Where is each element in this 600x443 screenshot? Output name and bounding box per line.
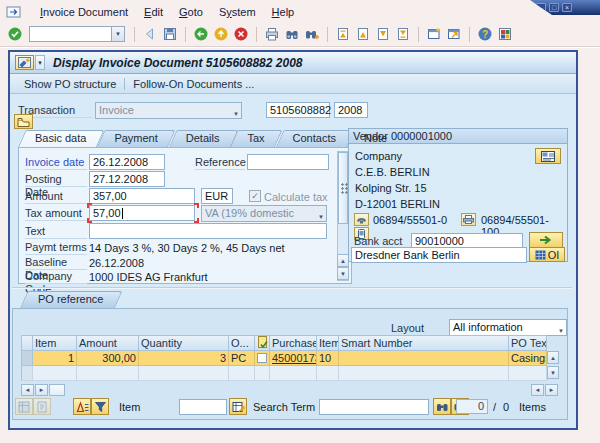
- reference-field[interactable]: [247, 154, 329, 170]
- purchase-order-link[interactable]: 4500017327: [272, 352, 317, 364]
- smart-number-column-header[interactable]: Smart Number: [339, 335, 509, 351]
- table-hscroll-right[interactable]: ◄ ►: [531, 384, 558, 396]
- follow-on-documents-button[interactable]: Follow-On Documents ...: [125, 78, 262, 90]
- new-session-icon[interactable]: [425, 25, 443, 43]
- close-button[interactable]: ×: [562, 3, 572, 12]
- find-next-icon[interactable]: [303, 25, 321, 43]
- shortcut-icon[interactable]: [445, 25, 463, 43]
- maximize-button[interactable]: □: [549, 3, 559, 12]
- customize-layout-icon[interactable]: [496, 25, 514, 43]
- final-invoice-column-header[interactable]: [255, 335, 270, 351]
- selector-column-header[interactable]: [21, 335, 33, 351]
- scroll-left-icon[interactable]: ◄: [531, 384, 544, 396]
- tax-code-combo[interactable]: VA (19% domestic inpu..: [201, 205, 327, 222]
- invoice-date-field[interactable]: 26.12.2008: [89, 154, 165, 170]
- footer-item-input[interactable]: [179, 399, 227, 415]
- item-change-button[interactable]: [33, 398, 51, 415]
- currency-field[interactable]: EUR: [201, 188, 233, 204]
- expand-header-button[interactable]: [14, 114, 33, 129]
- address-button[interactable]: [535, 148, 561, 164]
- titlebar-dropdown-icon[interactable]: ▼: [35, 55, 45, 70]
- calculate-tax-checkbox[interactable]: ✓: [249, 190, 261, 202]
- quantity-column-header[interactable]: Quantity: [139, 335, 229, 351]
- filter-button[interactable]: [91, 398, 109, 415]
- find-icon[interactable]: [283, 25, 301, 43]
- scrollbar-thumb[interactable]: [338, 152, 348, 224]
- amount-field[interactable]: 357,00: [89, 188, 195, 204]
- po-text-column-header[interactable]: PO Text: [509, 335, 547, 351]
- exit-circle-icon[interactable]: [212, 25, 230, 43]
- page-title: Display Invoice Document 5105608882 2008: [53, 56, 302, 70]
- partner-bank-button[interactable]: [529, 232, 563, 248]
- bank-name-field[interactable]: Dresdner Bank Berlin: [351, 247, 527, 263]
- menu-goto[interactable]: Goto: [179, 6, 203, 18]
- tax-amount-field[interactable]: 57,00: [89, 205, 195, 221]
- menu-invoice-document[interactable]: Invoice Document: [40, 6, 128, 18]
- purchase-order-column-header[interactable]: Purchase ...: [270, 335, 317, 351]
- previous-page-icon[interactable]: [354, 25, 372, 43]
- oi-button[interactable]: OI: [529, 247, 565, 262]
- last-page-icon[interactable]: [394, 25, 412, 43]
- item-display-button[interactable]: [15, 398, 33, 415]
- scroll-right-icon[interactable]: ►: [35, 384, 48, 396]
- footer-search-input[interactable]: [319, 399, 429, 415]
- cell-final-invoice: [255, 351, 270, 366]
- first-page-icon[interactable]: [334, 25, 352, 43]
- posting-date-field[interactable]: 27.12.2008: [89, 171, 165, 187]
- system-menu-icon[interactable]: [6, 5, 22, 19]
- menu-system[interactable]: System: [219, 6, 256, 18]
- next-page-icon[interactable]: [374, 25, 392, 43]
- help-icon[interactable]: ?: [476, 25, 494, 43]
- fiscal-year-field[interactable]: 2008: [334, 102, 368, 118]
- item-column-header[interactable]: Item: [33, 335, 77, 351]
- toolbar-separator: [469, 27, 470, 42]
- command-field[interactable]: ▼: [29, 26, 125, 42]
- table-scroll-down-icon[interactable]: ▼: [547, 366, 559, 379]
- back-circle-icon[interactable]: [192, 25, 210, 43]
- footer-find-button[interactable]: [433, 398, 451, 415]
- tab-basic-data[interactable]: Basic data: [18, 130, 97, 147]
- table-scroll-up-icon[interactable]: ▲: [547, 351, 559, 364]
- assign-button[interactable]: [229, 398, 247, 415]
- row-selector[interactable]: [21, 351, 33, 366]
- show-po-structure-button[interactable]: Show PO structure: [16, 78, 124, 90]
- tab-contacts[interactable]: Contacts: [276, 130, 347, 147]
- text-field[interactable]: [89, 223, 327, 239]
- po-item-column-header[interactable]: Item: [317, 335, 339, 351]
- cancel-circle-icon[interactable]: [232, 25, 250, 43]
- phone-icon: [354, 213, 369, 226]
- save-icon[interactable]: [161, 25, 179, 43]
- scroll-left-icon[interactable]: ◄: [21, 384, 34, 396]
- menu-bar: Invoice Document Edit Goto System Help: [6, 3, 294, 21]
- document-number-field[interactable]: 5105608882: [266, 102, 330, 118]
- scroll-down-icon[interactable]: ▼: [337, 267, 349, 280]
- toolbar-separator: [185, 27, 186, 42]
- tab-payment[interactable]: Payment: [97, 130, 168, 147]
- table-row[interactable]: 1 300,00 3 PC 4500017327 10 Casings: [21, 351, 547, 366]
- table-hscroll-left[interactable]: ◄ ►: [21, 384, 65, 396]
- back-icon[interactable]: [141, 25, 159, 43]
- sort-ascending-button[interactable]: [73, 398, 91, 415]
- menu-edit[interactable]: Edit: [144, 6, 163, 18]
- minimize-button[interactable]: –: [536, 3, 546, 12]
- hscroll-thumb[interactable]: [49, 384, 65, 396]
- menu-help[interactable]: Help: [272, 6, 295, 18]
- print-icon[interactable]: [263, 25, 281, 43]
- table-row-empty[interactable]: [21, 366, 547, 381]
- command-dropdown-icon[interactable]: ▼: [111, 27, 124, 41]
- vendor-panel: Vendor 0000001000 Company C.E.B. BERLIN …: [348, 128, 568, 262]
- transaction-combo[interactable]: Invoice: [95, 102, 242, 119]
- amount-column-header[interactable]: Amount: [77, 335, 139, 351]
- layout-combo[interactable]: All information: [449, 319, 567, 336]
- calculate-tax-label: Calculate tax: [264, 190, 328, 204]
- tab-po-reference[interactable]: PO reference: [20, 291, 115, 308]
- order-unit-column-header[interactable]: O...: [229, 335, 255, 351]
- scroll-right-icon[interactable]: ►: [545, 384, 558, 396]
- screen-menu-icon[interactable]: [15, 55, 34, 70]
- tab-tax[interactable]: Tax: [230, 130, 275, 147]
- row-selector[interactable]: [21, 366, 33, 381]
- tab-details[interactable]: Details: [169, 130, 231, 147]
- enter-icon[interactable]: [6, 25, 24, 43]
- final-invoice-checkbox[interactable]: [257, 353, 267, 363]
- posting-date-label: Posting Date: [25, 173, 87, 187]
